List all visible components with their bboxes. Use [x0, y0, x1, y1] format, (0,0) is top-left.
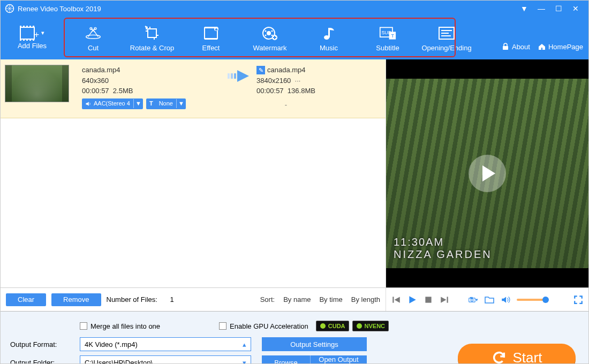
main-toolbar: + ▾ Add Files Cut Rotate & Crop Effect W… — [1, 17, 588, 59]
file-row[interactable]: canada.mp4 640x360 00:00:57 2.5MB AAC(St… — [1, 59, 386, 118]
sort-label: Sort: — [260, 295, 275, 304]
svg-point-12 — [271, 30, 273, 32]
src-duration: 00:00:57 — [82, 87, 109, 95]
prev-button[interactable] — [391, 295, 401, 305]
svg-point-11 — [265, 30, 267, 32]
clear-button[interactable]: Clear — [6, 293, 46, 306]
list-footer: Clear Remove Number of Files: 1 Sort: By… — [1, 287, 386, 311]
lock-icon — [501, 42, 510, 51]
merge-checkbox[interactable] — [80, 322, 87, 330]
volume-button[interactable] — [501, 295, 510, 305]
chevron-down-icon: ▼ — [176, 99, 186, 108]
dst-filename: canada.mp4 — [267, 65, 306, 75]
toolbar-cut[interactable]: Cut — [64, 17, 123, 59]
svg-point-1 — [86, 35, 101, 39]
chevron-down-icon: ▾ — [243, 359, 246, 365]
src-size: 2.5MB — [113, 87, 133, 95]
svg-rect-32 — [447, 297, 448, 302]
snapshot-button[interactable]: ▾ — [469, 295, 478, 305]
browse-button[interactable]: Browse — [262, 355, 310, 364]
cut-icon — [85, 25, 102, 42]
home-icon — [538, 42, 546, 51]
app-title: Renee Video Toolbox 2019 — [18, 5, 101, 13]
titlebar: Renee Video Toolbox 2019 ▼ — ☐ ✕ — [1, 1, 588, 17]
edit-icon[interactable]: ✎ — [256, 66, 265, 74]
play-overlay-button[interactable] — [469, 155, 506, 192]
stop-button[interactable] — [424, 295, 433, 305]
file-thumbnail[interactable] — [5, 65, 69, 102]
rotate-crop-icon — [144, 25, 161, 42]
about-link[interactable]: About — [501, 42, 530, 51]
toolbar-rotate-crop[interactable]: Rotate & Crop — [123, 17, 182, 59]
svg-point-37 — [357, 323, 362, 329]
svg-rect-30 — [392, 297, 394, 302]
video-overlay-text: 11:30AM NIZZA GARDEN — [394, 236, 492, 261]
output-settings-button[interactable]: Output Settings — [262, 337, 367, 351]
svg-rect-17 — [328, 28, 330, 37]
sort-by-name[interactable]: By name — [283, 295, 311, 304]
speaker-icon — [85, 101, 92, 107]
add-files-label: Add Files — [18, 42, 47, 50]
source-metadata: canada.mp4 640x360 00:00:57 2.5MB AAC(St… — [69, 65, 224, 109]
chevron-up-icon: ▴ — [243, 340, 246, 348]
add-files-button[interactable]: + ▾ Add Files — [1, 17, 64, 59]
subtitle-track-selector[interactable]: T None ▼ — [146, 98, 186, 109]
open-output-file-button[interactable]: Open Output File — [310, 355, 367, 364]
dst-dash: - — [256, 100, 315, 110]
output-folder-field[interactable]: C:\Users\HP\Desktop\ ▾ — [80, 355, 251, 364]
play-button[interactable] — [407, 295, 417, 305]
start-button[interactable]: Start — [458, 344, 576, 364]
sort-by-time[interactable]: By time — [319, 295, 342, 304]
svg-point-36 — [320, 323, 326, 329]
app-logo-icon — [5, 4, 14, 13]
film-plus-icon: + — [20, 27, 35, 40]
file-count-value: 1 — [170, 295, 174, 304]
dst-duration: 00:00:57 — [256, 87, 284, 95]
src-resolution: 640x360 — [82, 75, 224, 86]
svg-point-10 — [267, 31, 271, 35]
svg-text:T: T — [391, 33, 394, 39]
arrow-icon — [224, 65, 256, 84]
dst-res-more[interactable]: ··· — [295, 77, 301, 85]
next-button[interactable] — [440, 295, 449, 305]
toolbar-effect[interactable]: Effect — [182, 17, 240, 59]
dst-size: 136.8MB — [288, 87, 315, 95]
svg-point-34 — [471, 299, 473, 301]
svg-point-13 — [265, 34, 267, 36]
opening-ending-icon — [438, 25, 455, 42]
cuda-badge: CUDA — [316, 321, 349, 331]
svg-rect-27 — [228, 73, 230, 79]
player-controls: ▾ — [386, 287, 588, 311]
destination-metadata: ✎ canada.mp4 3840x2160 ··· 00:00:57 136.… — [256, 65, 315, 110]
output-format-selector[interactable]: 4K Video (*.mp4) ▴ — [80, 337, 251, 351]
titlebar-dropdown-icon[interactable]: ▼ — [516, 4, 533, 13]
gpu-label: Enable GPU Acceleration — [230, 322, 308, 330]
file-list-empty-area — [1, 118, 386, 287]
sort-by-length[interactable]: By length — [351, 295, 380, 304]
src-filename: canada.mp4 — [82, 65, 224, 75]
minimize-button[interactable]: — — [533, 4, 550, 13]
output-folder-label: Output Folder: — [10, 359, 80, 365]
svg-rect-26 — [503, 46, 508, 50]
watermark-icon — [261, 25, 278, 42]
fullscreen-button[interactable] — [573, 295, 583, 305]
remove-button[interactable]: Remove — [51, 293, 101, 306]
close-button[interactable]: ✕ — [567, 4, 584, 13]
homepage-link[interactable]: HomePage — [538, 42, 583, 51]
volume-slider[interactable] — [517, 299, 547, 301]
dst-resolution: 3840x2160 — [256, 77, 291, 85]
open-folder-button[interactable] — [485, 295, 494, 305]
toolbar-music[interactable]: Music — [299, 17, 358, 59]
svg-rect-29 — [234, 73, 236, 79]
gpu-checkbox[interactable] — [219, 322, 226, 330]
toolbar-subtitle[interactable]: SUBT Subtitle — [358, 17, 417, 59]
audio-track-selector[interactable]: AAC(Stereo 4 ▼ — [82, 98, 143, 109]
toolbar-watermark[interactable]: Watermark — [240, 17, 299, 59]
effect-icon — [202, 25, 220, 42]
maximize-button[interactable]: ☐ — [550, 4, 567, 13]
text-t-icon: T — [149, 99, 153, 108]
svg-rect-4 — [148, 29, 156, 37]
video-preview[interactable]: 11:30AM NIZZA GARDEN — [386, 59, 588, 287]
toolbar-opening-ending[interactable]: Opening/Ending — [417, 17, 476, 59]
refresh-icon — [492, 350, 507, 364]
